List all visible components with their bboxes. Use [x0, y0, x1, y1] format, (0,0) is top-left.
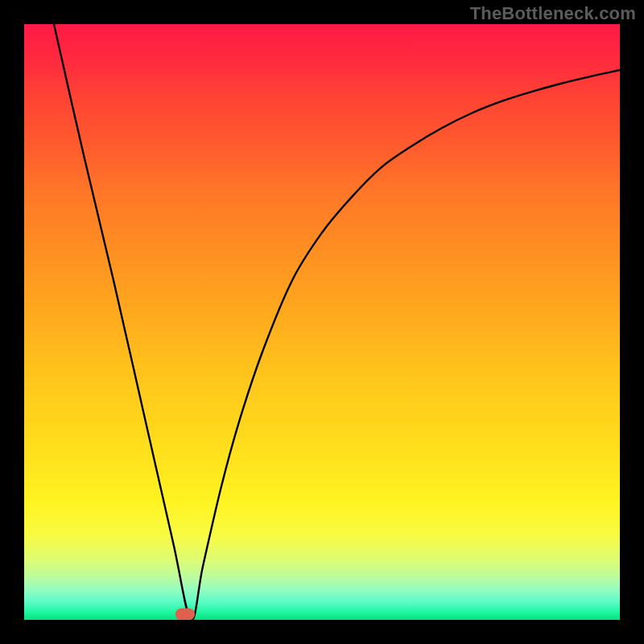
plot-area [24, 24, 620, 620]
watermark-text: TheBottleneck.com [470, 3, 636, 24]
chart-frame: TheBottleneck.com [0, 0, 644, 644]
bottleneck-curve [24, 24, 620, 620]
optimal-point-marker [175, 608, 195, 620]
